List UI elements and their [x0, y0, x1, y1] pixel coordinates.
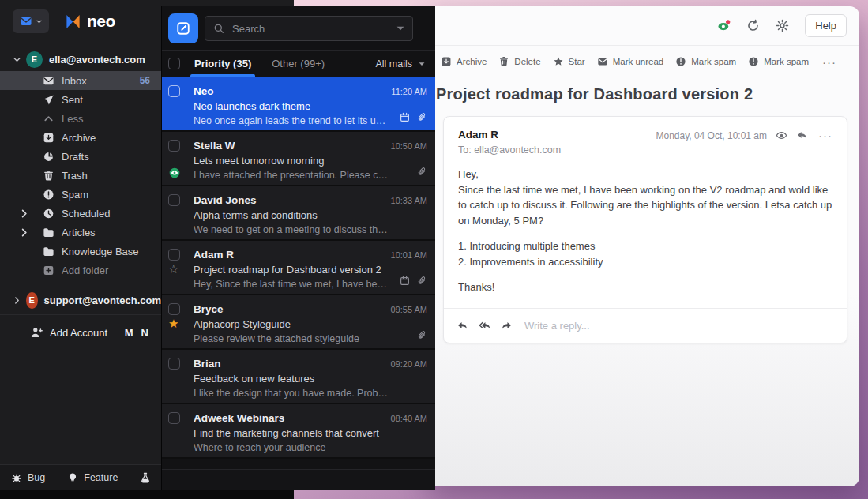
sidebar-item-less[interactable]: Less — [0, 109, 161, 128]
paperclip-icon — [417, 330, 427, 340]
sidebar-panel: neo E ella@avontech.com Inbox56SentLessA… — [0, 0, 161, 490]
eye-tracker-icon[interactable] — [168, 167, 181, 179]
select-all-checkbox[interactable] — [168, 58, 180, 69]
search-input[interactable] — [231, 22, 395, 36]
message-list-panel: Priority (35) Other (99+) All mails Neo1… — [161, 6, 435, 490]
send-icon — [43, 94, 54, 106]
compose-button[interactable] — [168, 13, 198, 43]
message-card-header: Adam R To: ella@avontech.com Monday, 04 … — [444, 117, 847, 156]
email-checkbox[interactable] — [168, 303, 180, 315]
sidebar-item-scheduled[interactable]: Scheduled — [0, 204, 161, 223]
sidebar-item-label: Knowledge Base — [62, 246, 150, 257]
email-checkbox[interactable] — [168, 249, 180, 261]
mark-spam-button[interactable]: Mark spam — [748, 56, 809, 67]
email-checkbox[interactable] — [168, 412, 180, 424]
mail-filter-dropdown[interactable]: All mails — [375, 58, 426, 69]
delete-button[interactable]: Delete — [498, 56, 540, 67]
envelope-icon — [597, 56, 608, 67]
reply-icon[interactable] — [457, 320, 468, 332]
sidebar-item-sent[interactable]: Sent — [0, 90, 161, 109]
account-row-secondary[interactable]: E support@avontech.com — [0, 290, 161, 310]
desktop: Help ArchiveDeleteStarMark unreadMark sp… — [0, 0, 868, 499]
mark-spam-button[interactable]: Mark spam — [675, 56, 736, 67]
email-row[interactable]: David Jones10:33 AMAlpha terms and condi… — [162, 186, 435, 241]
forward-icon[interactable] — [501, 320, 513, 332]
expander-spacer — [18, 94, 30, 106]
mail-filter-label: All mails — [375, 58, 412, 69]
help-button[interactable]: Help — [805, 14, 847, 37]
sidebar-item-label: Archive — [62, 132, 150, 144]
email-checkbox[interactable] — [168, 140, 180, 152]
eye-icon[interactable] — [776, 129, 787, 141]
account-email: ella@avontech.com — [49, 54, 145, 66]
email-row[interactable]: Brian09:20 AMFeedback on new featuresI l… — [162, 350, 435, 404]
sidebar-item-archive[interactable]: Archive — [0, 128, 161, 147]
tab-priority[interactable]: Priority (35) — [194, 51, 251, 77]
labs-flask-button[interactable] — [129, 465, 162, 490]
account-row-primary[interactable]: E ella@avontech.com — [0, 49, 161, 69]
email-subject: Lets meet tomorrow morning — [194, 155, 427, 167]
toolbar-label: Archive — [457, 57, 487, 66]
toolbar-more-icon[interactable]: ··· — [821, 55, 836, 69]
sidebar-item-inbox[interactable]: Inbox56 — [0, 71, 161, 90]
add-account-button[interactable]: Add Account M N — [0, 321, 161, 343]
email-subject: Feedback on new features — [194, 373, 427, 385]
email-list: Neo11:20 AMNeo launches dark themeNeo on… — [162, 77, 435, 459]
sidebar-item-articles[interactable]: Articles — [0, 223, 161, 242]
message-body-line — [458, 228, 832, 238]
search-options-chevron-icon[interactable] — [395, 23, 406, 34]
message-recipient: To: ella@avontech.com — [458, 144, 561, 156]
reply-icon[interactable] — [796, 129, 808, 141]
theme-eye-icon[interactable] — [717, 19, 731, 32]
mail-app-button[interactable] — [13, 9, 49, 33]
sidebar-item-add-folder[interactable]: Add folder — [0, 261, 161, 280]
email-row[interactable]: ★Bryce09:55 AMAlphacorp StyleguidePlease… — [162, 295, 435, 350]
email-preview: Where to reach your audience — [194, 442, 427, 453]
email-row[interactable]: Neo11:20 AMNeo launches dark themeNeo on… — [162, 77, 435, 132]
reply-all-icon[interactable] — [479, 320, 490, 332]
email-checkbox[interactable] — [168, 194, 180, 206]
spam-icon — [748, 56, 759, 67]
calendar-icon — [400, 276, 410, 286]
star-filled-icon[interactable]: ★ — [168, 317, 178, 329]
email-preview: I have attached the presentation. Please… — [194, 170, 427, 181]
feature-label: Feature — [84, 472, 118, 483]
feature-button[interactable]: Feature — [56, 465, 129, 490]
reply-input[interactable] — [523, 319, 834, 332]
neo-provider-icon: N — [141, 327, 148, 339]
refresh-icon[interactable] — [746, 19, 760, 32]
email-checkbox[interactable] — [168, 358, 180, 370]
tab-other[interactable]: Other (99+) — [272, 51, 325, 77]
expander-spacer — [18, 113, 30, 125]
bug-icon — [11, 472, 22, 483]
sidebar-item-knowledge-base[interactable]: Knowledge Base — [0, 242, 161, 261]
star-outline-icon[interactable]: ☆ — [168, 263, 178, 275]
email-checkbox[interactable] — [168, 85, 180, 97]
archive-button[interactable]: Archive — [441, 56, 487, 67]
sidebar-item-label: Less — [62, 113, 150, 125]
sidebar-item-drafts[interactable]: Drafts — [0, 147, 161, 166]
bug-button[interactable]: Bug — [0, 465, 56, 490]
chevron-right-icon[interactable] — [18, 227, 30, 238]
settings-gear-icon[interactable] — [776, 19, 789, 32]
email-row[interactable]: Stella W10:50 AMLets meet tomorrow morni… — [162, 132, 435, 186]
sidebar-item-spam[interactable]: Spam — [0, 185, 161, 204]
email-row[interactable]: ☆Adam R10:01 AMProject roadmap for Dashb… — [162, 241, 435, 295]
calendar-icon — [400, 112, 410, 122]
message-sender: Adam R — [458, 129, 561, 141]
message-more-icon[interactable]: ··· — [817, 129, 832, 142]
list-footer — [162, 469, 435, 490]
add-account-label: Add Account — [50, 327, 117, 339]
email-time: 08:40 AM — [391, 414, 427, 423]
toolbar-label: Delete — [514, 57, 540, 66]
sidebar-item-trash[interactable]: Trash — [0, 166, 161, 185]
chevron-down-icon — [418, 60, 426, 68]
email-row[interactable]: Adweek Webinars08:40 AMFind the marketin… — [162, 404, 435, 459]
chevron-right-icon[interactable] — [18, 208, 30, 219]
unread-count-badge: 56 — [140, 75, 150, 86]
email-subject: Alpha terms and conditions — [194, 209, 427, 221]
window-chrome — [0, 490, 294, 499]
email-preview: Please review the attached styleguide — [194, 333, 427, 344]
mark-unread-button[interactable]: Mark unread — [597, 56, 664, 67]
star-button[interactable]: Star — [553, 56, 585, 67]
